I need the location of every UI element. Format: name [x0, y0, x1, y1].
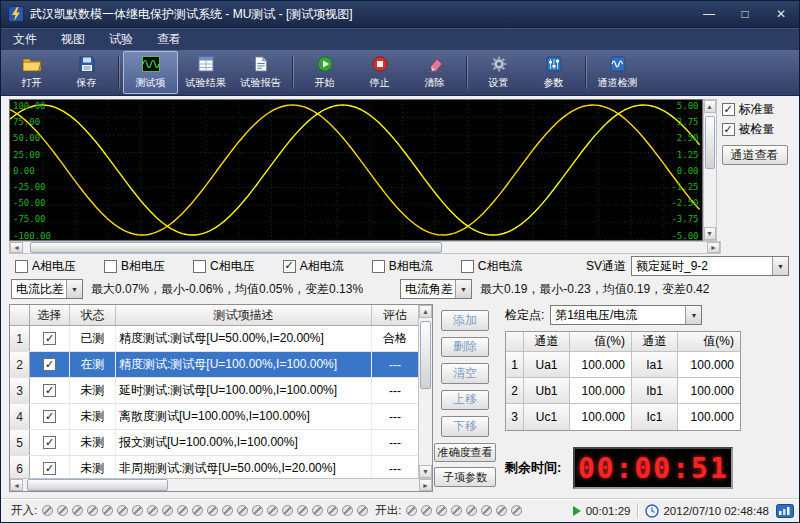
chart-vertical-scrollbar[interactable] [703, 99, 717, 241]
scroll-thumb[interactable] [30, 242, 442, 253]
chart-horizontal-scrollbar[interactable] [9, 241, 721, 254]
scroll-down-arrow[interactable] [704, 227, 716, 240]
column-header[interactable]: 状态 [70, 305, 116, 325]
angle-error-select[interactable]: 电流角差 [400, 279, 472, 299]
test-row-2[interactable]: 2在测精度测试:测试母[U=100.00%,I=100.00%]--- [10, 352, 418, 378]
scroll-thumb[interactable] [420, 321, 431, 389]
fp-channel-value[interactable]: 100.000 [570, 352, 632, 378]
scroll-right-arrow[interactable] [419, 479, 432, 491]
fp-channel-value[interactable]: 100.000 [570, 404, 632, 430]
add-button[interactable]: 添加 [441, 310, 489, 331]
row-select-cell[interactable] [30, 456, 70, 478]
fp-channel-value[interactable]: 100.000 [678, 404, 740, 430]
test-row-3[interactable]: 3未测延时测试:测试母[U=100.00%,I=100.00%]--- [10, 378, 418, 404]
checkbox-icon[interactable] [104, 260, 117, 273]
start-button[interactable]: 开始 [297, 51, 352, 94]
fixed-points-select[interactable]: 第1组电压/电流 [550, 305, 702, 325]
accuracy-view-button[interactable]: 准确度查看 [434, 443, 496, 463]
save-button[interactable]: 保存 [59, 51, 114, 94]
scroll-left-arrow[interactable] [10, 479, 23, 491]
checkbox-icon[interactable] [193, 260, 206, 273]
delete-button[interactable]: 删除 [441, 337, 489, 358]
phase-check-5[interactable]: C相电流 [461, 258, 523, 275]
row-checkbox[interactable] [43, 332, 56, 345]
fp-channel-value[interactable]: 100.000 [570, 378, 632, 404]
phase-check-2[interactable]: C相电压 [193, 258, 255, 275]
chevron-down-icon[interactable] [772, 257, 788, 275]
scroll-left-arrow[interactable] [10, 242, 23, 253]
stop-button[interactable]: 停止 [352, 51, 407, 94]
menu-file[interactable]: 文件 [1, 29, 49, 50]
params-button[interactable]: 参数 [526, 51, 581, 94]
column-header[interactable]: 评估 [372, 305, 418, 325]
checkbox-icon[interactable] [283, 260, 296, 273]
test-row-1[interactable]: 1已测精度测试:测试母[U=50.00%,I=20.00%]合格 [10, 326, 418, 352]
row-checkbox[interactable] [43, 462, 56, 475]
close-button[interactable]: ✕ [763, 1, 799, 27]
settings-button[interactable]: 设置 [471, 51, 526, 94]
menu-test[interactable]: 试验 [97, 29, 145, 50]
channel-check-button[interactable]: 通道检测 [590, 51, 645, 94]
row-select-cell[interactable] [30, 326, 70, 351]
chevron-down-icon[interactable] [66, 280, 82, 298]
checkbox-icon[interactable] [15, 260, 28, 273]
phase-check-0[interactable]: A相电压 [15, 258, 76, 275]
test-items-button[interactable]: 测试项 [123, 51, 178, 94]
row-checkbox[interactable] [43, 384, 56, 397]
fp-channel-value[interactable]: 100.000 [678, 352, 740, 378]
measured-quantity-toggle[interactable]: 被检量 [722, 121, 775, 138]
move-up-button[interactable]: 上移 [441, 390, 489, 411]
scroll-up-arrow[interactable] [419, 305, 432, 318]
scroll-up-arrow[interactable] [704, 100, 716, 113]
test-results-button[interactable]: 试验结果 [178, 51, 233, 94]
checkbox-icon[interactable] [722, 103, 735, 116]
checkbox-icon[interactable] [461, 260, 474, 273]
checkbox-icon[interactable] [722, 123, 735, 136]
sv-channel-select[interactable]: 额定延时_9-2 [631, 256, 789, 276]
row-select-cell[interactable] [30, 404, 70, 429]
fp-channel-value[interactable]: 100.000 [678, 378, 740, 404]
column-header[interactable]: 测试项描述 [116, 305, 372, 325]
test-row-4[interactable]: 4未测离散度测试[U=100.00%,I=100.00%]--- [10, 404, 418, 430]
phase-check-3[interactable]: A相电流 [283, 258, 344, 275]
checkbox-icon[interactable] [372, 260, 385, 273]
phase-check-1[interactable]: B相电压 [104, 258, 165, 275]
row-checkbox[interactable] [43, 410, 56, 423]
open-button[interactable]: 打开 [4, 51, 59, 94]
scroll-track[interactable] [23, 479, 419, 491]
menu-view[interactable]: 视图 [49, 29, 97, 50]
standard-quantity-toggle[interactable]: 标准量 [722, 101, 775, 118]
scroll-track[interactable] [704, 113, 716, 227]
scroll-thumb[interactable] [705, 116, 715, 169]
test-report-button[interactable]: 试验报告 [233, 51, 288, 94]
menu-look[interactable]: 查看 [145, 29, 193, 50]
test-row-5[interactable]: 5未测报文测试[U=100.00%,I=100.00%]--- [10, 430, 418, 456]
test-row-6[interactable]: 6未测非周期测试:测试母[U=50.00%,I=20.00%]--- [10, 456, 418, 478]
minimize-button[interactable]: — [691, 1, 727, 27]
clear-list-button[interactable]: 清空 [441, 363, 489, 384]
scroll-right-arrow[interactable] [707, 242, 720, 253]
chevron-down-icon[interactable] [455, 280, 471, 298]
scroll-thumb[interactable] [27, 479, 168, 491]
clear-button[interactable]: 清除 [407, 51, 462, 94]
title-bar[interactable]: 武汉凯默数模一体继电保护测试系统 - MU测试 - [测试项视图] — □ ✕ [1, 1, 799, 28]
row-select-cell[interactable] [30, 352, 70, 377]
scroll-track[interactable] [419, 318, 432, 465]
chevron-down-icon[interactable] [685, 306, 701, 324]
table-horizontal-scrollbar[interactable] [10, 478, 432, 491]
row-checkbox[interactable] [43, 358, 56, 371]
scroll-track[interactable] [23, 242, 707, 253]
row-select-cell[interactable] [30, 378, 70, 403]
row-checkbox[interactable] [43, 436, 56, 449]
scroll-down-arrow[interactable] [419, 465, 432, 478]
ratio-error-select[interactable]: 电流比差 [11, 279, 83, 299]
phase-check-4[interactable]: B相电流 [372, 258, 433, 275]
maximize-button[interactable]: □ [727, 1, 763, 27]
column-header[interactable]: 选择 [30, 305, 70, 325]
row-select-cell[interactable] [30, 430, 70, 455]
move-down-button[interactable]: 下移 [441, 416, 489, 437]
waveform-chart[interactable]: 100.0075.0050.0025.000.00-25.00-50.00-75… [9, 99, 703, 241]
table-vertical-scrollbar[interactable] [418, 305, 432, 478]
channel-view-button[interactable]: 通道查看 [722, 145, 788, 165]
sub-params-button[interactable]: 子项参数 [434, 467, 496, 487]
